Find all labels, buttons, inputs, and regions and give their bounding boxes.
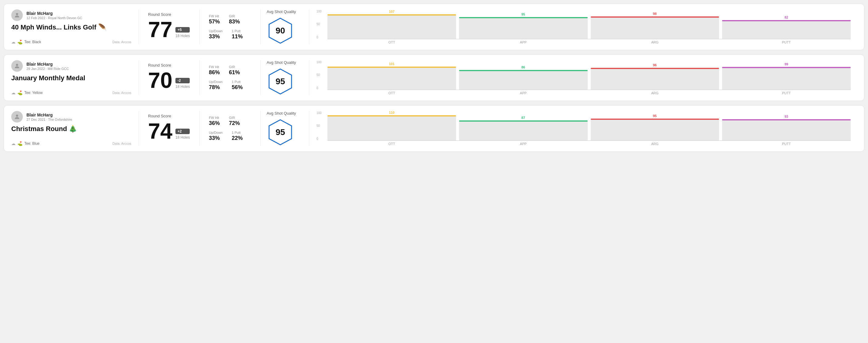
score-label: Round Score xyxy=(148,114,190,118)
svg-point-0 xyxy=(16,13,18,15)
stats-row-bottom: Up/Down 78% 1 Putt 56% xyxy=(209,80,251,91)
avatar xyxy=(11,9,23,21)
bar-column: 110 xyxy=(328,111,456,141)
bar-column: 87 xyxy=(459,116,588,140)
fw-hit-label: FW Hit xyxy=(209,116,220,120)
bar-column: 96 xyxy=(591,63,719,90)
data-source: Data: Arccos xyxy=(113,91,131,95)
user-name: Blair McHarg xyxy=(26,113,72,117)
round-title: Christmas Round 🎄 xyxy=(11,125,131,133)
card-score: Round Score 70 -2 18 Holes xyxy=(139,60,200,95)
score-holes: 18 Holes xyxy=(176,34,190,38)
svg-point-4 xyxy=(16,115,18,117)
updown-value: 33% xyxy=(209,33,222,40)
round-card: Blair McHarg 12 Feb 2022 · Royal North D… xyxy=(4,4,864,50)
updown-label: Up/Down xyxy=(209,29,222,33)
score-label: Round Score xyxy=(148,12,190,17)
score-main: 77 +5 18 Holes xyxy=(148,19,190,40)
gir-value: 72% xyxy=(229,120,240,126)
card-stats: FW Hit 36% GIR 72% Up/Down 33% 1 Putt 22… xyxy=(200,111,260,146)
hexagon-wrap: 95 xyxy=(267,68,294,95)
oneputt-label: 1 Putt xyxy=(232,29,243,33)
round-title: 40 Mph Winds... Links Golf 🪶 xyxy=(11,23,131,31)
stat-fw-hit: FW Hit 36% xyxy=(209,116,220,126)
updown-label: Up/Down xyxy=(209,80,222,84)
card-chart: 100 50 0 101 86 96 xyxy=(309,60,857,95)
score-number: 77 xyxy=(148,19,173,40)
oneputt-label: 1 Putt xyxy=(232,80,243,84)
gir-label: GIR xyxy=(229,65,240,69)
stat-oneputt: 1 Putt 56% xyxy=(232,80,243,91)
quality-label: Avg Shot Quality xyxy=(267,111,296,116)
bar-column: 86 xyxy=(459,65,588,90)
tee-icon: ⛳ xyxy=(17,141,23,146)
gir-label: GIR xyxy=(229,116,240,120)
oneputt-value: 56% xyxy=(232,84,243,91)
hexagon: 95 xyxy=(267,119,294,146)
card-score: Round Score 74 +2 18 Holes xyxy=(139,111,200,146)
oneputt-value: 22% xyxy=(232,135,243,142)
bar-column: 95 xyxy=(459,12,588,39)
hexagon-wrap: 95 xyxy=(267,119,294,146)
card-footer: ☁ ⛳ Tee: Black Data: Arccos xyxy=(11,39,131,44)
card-footer: ☁ ⛳ Tee: Blue Data: Arccos xyxy=(11,141,131,146)
oneputt-value: 11% xyxy=(232,33,243,40)
score-number: 70 xyxy=(148,69,173,91)
stats-row-top: FW Hit 86% GIR 61% xyxy=(209,65,251,76)
round-card: Blair McHarg 29 Jan 2022 · Mill Ride GCC… xyxy=(4,55,864,101)
oneputt-label: 1 Putt xyxy=(232,131,243,134)
bar-column: 107 xyxy=(328,10,456,39)
score-holes: 18 Holes xyxy=(176,85,190,89)
avatar xyxy=(11,111,23,123)
gir-value: 83% xyxy=(229,19,240,25)
updown-label: Up/Down xyxy=(209,131,222,134)
card-footer: ☁ ⛳ Tee: Yellow Data: Arccos xyxy=(11,90,131,95)
user-row: Blair McHarg 12 Feb 2022 · Royal North D… xyxy=(11,9,131,21)
card-score: Round Score 77 +5 18 Holes xyxy=(139,9,200,44)
score-badge-area: -2 18 Holes xyxy=(176,78,190,91)
user-name: Blair McHarg xyxy=(26,11,82,16)
hexagon-wrap: 90 xyxy=(267,17,294,44)
tee-info: ☁ ⛳ Tee: Blue xyxy=(11,141,39,146)
round-card: Blair McHarg 27 Dec 2021 · The Oxfordshi… xyxy=(4,105,864,152)
stat-fw-hit: FW Hit 86% xyxy=(209,65,220,76)
score-badge-area: +5 18 Holes xyxy=(176,27,190,40)
fw-hit-label: FW Hit xyxy=(209,65,220,69)
card-left: Blair McHarg 12 Feb 2022 · Royal North D… xyxy=(11,9,139,44)
weather-icon: ☁ xyxy=(11,141,16,146)
bar-column: 82 xyxy=(722,15,851,39)
user-date: 12 Feb 2022 · Royal North Devon GC xyxy=(26,16,82,20)
user-date: 27 Dec 2021 · The Oxfordshire xyxy=(26,118,72,121)
fw-hit-value: 86% xyxy=(209,69,220,76)
card-quality: Avg Shot Quality 90 xyxy=(260,9,309,44)
score-number: 74 xyxy=(148,120,173,142)
gir-value: 61% xyxy=(229,69,240,76)
tee-label: Tee: Black xyxy=(24,40,41,44)
hexagon-score: 95 xyxy=(275,127,285,137)
score-badge-area: +2 18 Holes xyxy=(176,129,190,142)
avatar xyxy=(11,60,23,72)
bar-column: 98 xyxy=(591,12,719,39)
updown-value: 78% xyxy=(209,84,222,91)
stat-gir: GIR 83% xyxy=(229,14,240,25)
data-source: Data: Arccos xyxy=(113,40,131,44)
hexagon: 90 xyxy=(267,17,294,44)
stats-row-bottom: Up/Down 33% 1 Putt 22% xyxy=(209,131,251,142)
stat-oneputt: 1 Putt 11% xyxy=(232,29,243,40)
card-left: Blair McHarg 27 Dec 2021 · The Oxfordshi… xyxy=(11,111,139,146)
bar-column: 95 xyxy=(591,114,719,140)
score-main: 74 +2 18 Holes xyxy=(148,120,190,142)
user-row: Blair McHarg 27 Dec 2021 · The Oxfordshi… xyxy=(11,111,131,123)
stat-gir: GIR 72% xyxy=(229,116,240,126)
bar-column: 93 xyxy=(722,115,851,141)
tee-info: ☁ ⛳ Tee: Yellow xyxy=(11,90,42,95)
score-holes: 18 Holes xyxy=(176,135,190,139)
round-title: January Monthly Medal xyxy=(11,74,131,82)
quality-label: Avg Shot Quality xyxy=(267,9,296,14)
quality-label: Avg Shot Quality xyxy=(267,60,296,65)
updown-value: 33% xyxy=(209,135,222,142)
stats-row-top: FW Hit 57% GIR 83% xyxy=(209,14,251,25)
user-info: Blair McHarg 12 Feb 2022 · Royal North D… xyxy=(26,11,82,20)
score-label: Round Score xyxy=(148,63,190,67)
weather-icon: ☁ xyxy=(11,39,16,44)
